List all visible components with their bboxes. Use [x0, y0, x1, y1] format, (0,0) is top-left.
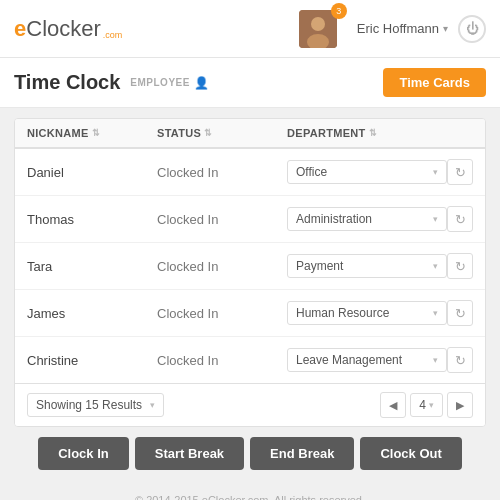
avatar-img	[299, 10, 337, 48]
cell-nickname: Tara	[27, 259, 157, 274]
table-container: NICKNAME ⇅ STATUS ⇅ DEPARTMENT ⇅ Daniel …	[14, 118, 486, 427]
cell-status: Clocked In	[157, 306, 287, 321]
clock-out-button[interactable]: Clock Out	[360, 437, 461, 470]
cell-refresh: ↻	[447, 159, 483, 185]
header-right: 3 Eric Hoffmann ▾ ⏻	[299, 10, 486, 48]
page-number-dropdown[interactable]: 4 ▾	[410, 393, 443, 417]
department-select[interactable]: Office ▾	[287, 160, 447, 184]
dept-value: Administration	[296, 212, 372, 226]
th-nickname: NICKNAME ⇅	[27, 127, 157, 139]
page-title: Time Clock	[14, 71, 120, 94]
refresh-button[interactable]: ↻	[447, 206, 473, 232]
sort-nickname-icon: ⇅	[92, 128, 100, 138]
logo-text: eClocker	[14, 16, 101, 42]
cell-status: Clocked In	[157, 259, 287, 274]
cell-nickname: Thomas	[27, 212, 157, 227]
cell-refresh: ↻	[447, 300, 483, 326]
table-row: Thomas Clocked In Administration ▾ ↻	[15, 196, 485, 243]
refresh-button[interactable]: ↻	[447, 253, 473, 279]
main-content: NICKNAME ⇅ STATUS ⇅ DEPARTMENT ⇅ Daniel …	[0, 108, 500, 488]
page-number: 4	[419, 398, 426, 412]
time-cards-button[interactable]: Time Cards	[383, 68, 486, 97]
table-footer: Showing 15 Results ▾ ◀ 4 ▾ ▶	[15, 383, 485, 426]
header: eClocker .com 3	[0, 0, 500, 58]
th-action	[437, 127, 473, 139]
footer-text: © 2014-2015 eClocker.com. All rights res…	[135, 494, 365, 500]
dept-chevron-icon: ▾	[433, 214, 438, 224]
employee-label: EMPLOYEE 👤	[130, 76, 209, 90]
table-body: Daniel Clocked In Office ▾ ↻ Thomas Cloc…	[15, 149, 485, 383]
power-button[interactable]: ⏻	[458, 15, 486, 43]
cell-status: Clocked In	[157, 212, 287, 227]
cell-status: Clocked In	[157, 353, 287, 368]
showing-results-chevron: ▾	[150, 400, 155, 410]
user-info[interactable]: Eric Hoffmann ▾	[357, 21, 448, 36]
refresh-button[interactable]: ↻	[447, 159, 473, 185]
sort-dept-icon: ⇅	[369, 128, 377, 138]
cell-refresh: ↻	[447, 253, 483, 279]
clock-in-button[interactable]: Clock In	[38, 437, 129, 470]
table-row: James Clocked In Human Resource ▾ ↻	[15, 290, 485, 337]
logo-com: .com	[103, 30, 123, 40]
cell-refresh: ↻	[447, 206, 483, 232]
dept-value: Leave Management	[296, 353, 402, 367]
cell-nickname: Christine	[27, 353, 157, 368]
department-select[interactable]: Human Resource ▾	[287, 301, 447, 325]
action-buttons: Clock InStart BreakEnd BreakClock Out	[14, 427, 486, 478]
employee-icon: 👤	[194, 76, 210, 90]
svg-point-1	[311, 17, 325, 31]
refresh-button[interactable]: ↻	[447, 347, 473, 373]
logo-clocker: Clocker	[26, 16, 101, 41]
chevron-down-icon: ▾	[443, 23, 448, 34]
avatar-svg	[299, 10, 337, 48]
page-wrapper: eClocker .com 3	[0, 0, 500, 500]
th-status: STATUS ⇅	[157, 127, 287, 139]
notification-badge: 3	[331, 3, 347, 19]
prev-page-button[interactable]: ◀	[380, 392, 406, 418]
dept-value: Payment	[296, 259, 343, 273]
dept-value: Office	[296, 165, 327, 179]
pagination: ◀ 4 ▾ ▶	[380, 392, 473, 418]
logo-e: e	[14, 16, 26, 41]
cell-refresh: ↻	[447, 347, 483, 373]
user-name: Eric Hoffmann	[357, 21, 439, 36]
next-page-button[interactable]: ▶	[447, 392, 473, 418]
start-break-button[interactable]: Start Break	[135, 437, 244, 470]
dept-chevron-icon: ▾	[433, 355, 438, 365]
department-select[interactable]: Leave Management ▾	[287, 348, 447, 372]
avatar	[299, 10, 337, 48]
end-break-button[interactable]: End Break	[250, 437, 354, 470]
cell-nickname: James	[27, 306, 157, 321]
dept-chevron-icon: ▾	[433, 167, 438, 177]
cell-department: Human Resource ▾	[287, 301, 447, 325]
power-icon: ⏻	[466, 21, 479, 36]
page-num-chevron: ▾	[429, 400, 434, 410]
showing-results-label: Showing 15 Results	[36, 398, 142, 412]
logo: eClocker .com	[14, 16, 122, 42]
cell-department: Payment ▾	[287, 254, 447, 278]
sub-header: Time Clock EMPLOYEE 👤 Time Cards	[0, 58, 500, 108]
cell-nickname: Daniel	[27, 165, 157, 180]
dept-value: Human Resource	[296, 306, 389, 320]
refresh-button[interactable]: ↻	[447, 300, 473, 326]
table-row: Christine Clocked In Leave Management ▾ …	[15, 337, 485, 383]
dept-chevron-icon: ▾	[433, 308, 438, 318]
department-select[interactable]: Payment ▾	[287, 254, 447, 278]
table-row: Tara Clocked In Payment ▾ ↻	[15, 243, 485, 290]
th-department: DEPARTMENT ⇅	[287, 127, 437, 139]
table-row: Daniel Clocked In Office ▾ ↻	[15, 149, 485, 196]
dept-chevron-icon: ▾	[433, 261, 438, 271]
cell-department: Leave Management ▾	[287, 348, 447, 372]
sort-status-icon: ⇅	[204, 128, 212, 138]
table-header: NICKNAME ⇅ STATUS ⇅ DEPARTMENT ⇅	[15, 119, 485, 149]
cell-status: Clocked In	[157, 165, 287, 180]
footer: © 2014-2015 eClocker.com. All rights res…	[0, 488, 500, 500]
cell-department: Administration ▾	[287, 207, 447, 231]
sub-header-left: Time Clock EMPLOYEE 👤	[14, 71, 209, 94]
cell-department: Office ▾	[287, 160, 447, 184]
department-select[interactable]: Administration ▾	[287, 207, 447, 231]
showing-results-dropdown[interactable]: Showing 15 Results ▾	[27, 393, 164, 417]
